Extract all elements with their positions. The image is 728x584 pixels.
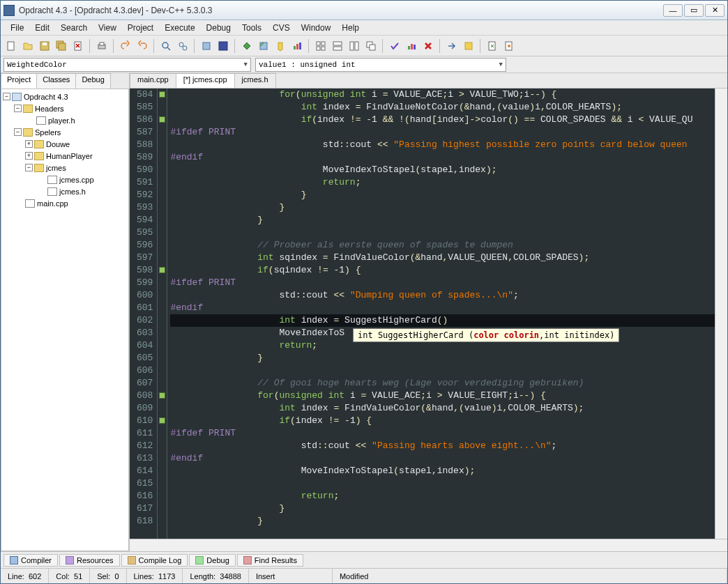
parameter-hint-tooltip: int SuggestHigherCard (color colorin,int… [353,328,619,342]
tree-file[interactable]: player.h [3,114,127,126]
insert-icon[interactable] [485,38,500,54]
cascade-icon[interactable] [363,38,379,54]
compile-run-icon[interactable] [239,38,255,54]
debug-icon[interactable] [273,38,288,54]
collapse-icon[interactable]: − [14,105,22,112]
stats-icon[interactable] [404,38,419,54]
svg-rect-4 [59,43,66,50]
chevron-down-icon: ▼ [499,61,503,68]
compile-icon[interactable] [199,38,214,54]
print-icon[interactable] [94,38,109,54]
menu-file[interactable]: File [5,22,29,34]
tree-file-main[interactable]: main.cpp [3,197,127,209]
replace-icon[interactable] [175,38,190,54]
svg-rect-28 [411,44,413,49]
tree-folder-humanplayer[interactable]: +HumanPlayer [3,150,127,162]
file-tab-jcmes-h[interactable]: jcmes.h [234,73,276,88]
editor-area: main.cpp [*] jcmes.cpp jcmes.h 584585586… [130,73,727,551]
close-button[interactable]: ✕ [705,4,725,17]
undo-icon[interactable] [118,38,133,54]
svg-rect-20 [321,47,325,50]
tile-h-icon[interactable] [330,38,345,54]
goto-icon[interactable] [444,38,460,54]
maximize-button[interactable]: ▭ [684,4,704,17]
tree-file[interactable]: jcmes.cpp [3,174,127,185]
menu-edit[interactable]: Edit [29,22,55,34]
class-combo[interactable]: WeightedColor ▼ [3,58,251,72]
btab-find[interactable]: Find Results [237,554,303,567]
tree-folder-douwe[interactable]: +Douwe [3,138,127,150]
svg-rect-11 [203,43,210,49]
tree-folder-spelers[interactable]: −Spelers [3,126,127,138]
stop-icon[interactable] [420,38,436,54]
horizontal-scrollbar[interactable] [130,539,727,551]
check-icon[interactable] [387,38,402,54]
btab-resources[interactable]: Resources [59,554,120,567]
save-icon[interactable] [37,38,52,54]
menu-debug[interactable]: Debug [201,22,236,34]
bookmark-icon[interactable] [461,38,476,54]
title-bar: Opdracht 4.3 - [Opdracht 4.3.dev] - Dev-… [1,1,727,20]
menu-project[interactable]: Project [122,22,159,34]
toggle-icon[interactable] [501,38,517,54]
tooltip-active-param: color colorin [473,330,539,340]
profile-icon[interactable] [289,38,305,54]
file-icon [47,176,57,184]
svg-rect-17 [317,42,320,45]
menu-view[interactable]: View [93,22,122,34]
member-combo[interactable]: value1 : unsigned int ▼ [255,58,506,72]
tree-file[interactable]: jcmes.h [3,185,127,197]
svg-rect-19 [317,47,320,50]
tab-classes[interactable]: Classes [36,73,76,89]
tree-folder-headers[interactable]: −Headers [3,102,127,114]
btab-debug[interactable]: Debug [189,554,235,567]
file-tabs: main.cpp [*] jcmes.cpp jcmes.h [130,73,727,89]
status-lines: Lines: 1173 [127,569,183,583]
menu-search[interactable]: Search [55,22,93,34]
menu-execute[interactable]: Execute [159,22,200,34]
svg-point-10 [183,46,187,50]
svg-point-33 [508,45,510,47]
collapse-icon[interactable]: − [14,128,22,136]
expand-icon[interactable]: + [25,140,33,148]
vertical-scrollbar[interactable] [715,89,727,539]
fold-column[interactable] [158,89,167,539]
menu-window[interactable]: Window [296,22,337,34]
redo-icon[interactable] [135,38,150,54]
code-editor[interactable]: 5845855865875885895905915925935945955965… [130,89,727,539]
tab-debug[interactable]: Debug [75,73,110,89]
svg-rect-29 [414,45,416,49]
menu-tools[interactable]: Tools [236,22,267,34]
btab-compile-log[interactable]: Compile Log [121,554,188,567]
svg-rect-12 [219,42,227,50]
code-area[interactable]: for(unsigned int i = VALUE_ACE;i > VALUE… [167,89,715,539]
close-file-icon[interactable] [70,38,86,54]
file-tab-main[interactable]: main.cpp [130,73,176,88]
toolbar [1,36,727,56]
open-icon[interactable] [20,38,36,54]
expand-icon[interactable]: + [25,152,33,160]
rebuild-icon[interactable] [256,38,271,54]
find-icon[interactable] [158,38,174,54]
menu-help[interactable]: Help [336,22,365,34]
folder-icon [34,140,44,148]
tree-root[interactable]: −Opdracht 4.3 [3,91,127,102]
new-window-icon[interactable] [313,38,328,54]
tile-v-icon[interactable] [347,38,362,54]
file-tab-jcmes-cpp[interactable]: [*] jcmes.cpp [176,73,235,88]
collapse-icon[interactable]: − [3,93,10,100]
minimize-button[interactable]: ― [663,4,683,17]
project-tree[interactable]: −Opdracht 4.3 −Headers player.h −Spelers… [1,89,129,551]
svg-rect-24 [355,42,358,50]
tab-project[interactable]: Project [1,73,37,89]
new-file-icon[interactable] [3,38,19,54]
save-all-icon[interactable] [54,38,69,54]
folder-icon [23,128,33,137]
svg-rect-26 [370,45,375,50]
btab-compiler[interactable]: Compiler [3,554,58,567]
tooltip-prefix: int SuggestHigherCard ( [358,330,473,340]
collapse-icon[interactable]: − [25,164,33,171]
menu-cvs[interactable]: CVS [267,22,296,34]
tree-folder-jcmes[interactable]: −jcmes [3,162,127,174]
run-icon[interactable] [215,38,231,54]
